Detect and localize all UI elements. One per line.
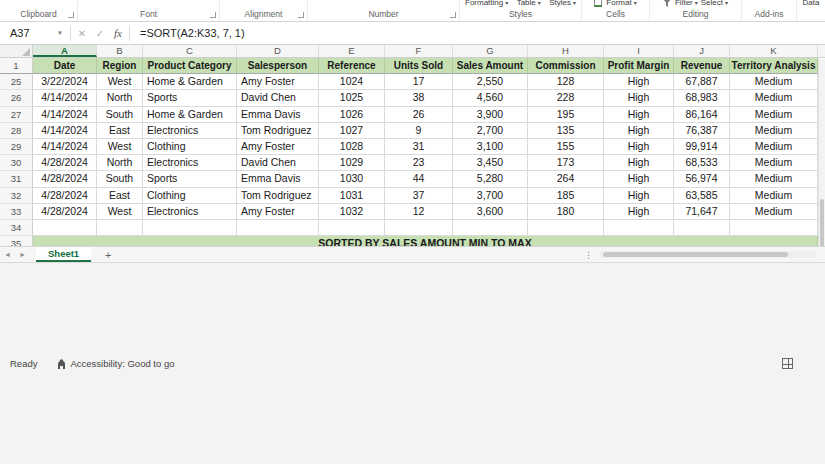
cell-B25[interactable]: West [97, 74, 143, 90]
cell-B1[interactable]: Region [97, 58, 143, 74]
cell-A28[interactable]: 4/14/2024 [33, 123, 97, 139]
cell-B26[interactable]: North [97, 90, 143, 106]
cell-D1[interactable]: Salesperson [237, 58, 319, 74]
more-icon[interactable]: ⋮ [584, 250, 593, 260]
cell-H27[interactable]: 195 [528, 107, 604, 123]
cell-G33[interactable]: 3,600 [453, 204, 528, 220]
cell-A26[interactable]: 4/14/2024 [33, 90, 97, 106]
select-all-button[interactable] [0, 45, 33, 57]
cell-E26[interactable]: 1025 [319, 90, 385, 106]
column-header-G[interactable]: G [453, 45, 528, 57]
vertical-scrollbar[interactable] [818, 59, 825, 246]
cell-H26[interactable]: 228 [528, 90, 604, 106]
format-button[interactable]: Format▾ [594, 0, 636, 7]
cell-B27[interactable]: South [97, 107, 143, 123]
dialog-launcher-icon[interactable] [450, 12, 456, 18]
cell-G29[interactable]: 3,100 [453, 139, 528, 155]
cell-B31[interactable]: South [97, 171, 143, 187]
cell-D34[interactable] [237, 220, 319, 236]
cell-A32[interactable]: 4/28/2024 [33, 188, 97, 204]
add-sheet-button[interactable]: + [99, 249, 117, 261]
cell-E31[interactable]: 1030 [319, 171, 385, 187]
tab-nav-right-icon[interactable]: ▸ [15, 250, 30, 259]
cell-I26[interactable]: High [604, 90, 674, 106]
column-header-E[interactable]: E [319, 45, 385, 57]
cell-I32[interactable]: High [604, 188, 674, 204]
column-header-J[interactable]: J [674, 45, 730, 57]
cell-G34[interactable] [453, 220, 528, 236]
cell-C32[interactable]: Clothing [143, 188, 237, 204]
cancel-icon[interactable]: ✕ [73, 22, 91, 44]
insert-function-button[interactable]: fx [109, 22, 127, 44]
cell-J29[interactable]: 99,914 [674, 139, 730, 155]
conditional-formatting-button[interactable]: Formatting▾ [465, 0, 508, 7]
cell-B30[interactable]: North [97, 155, 143, 171]
cell-J31[interactable]: 56,974 [674, 171, 730, 187]
cell-D30[interactable]: David Chen [237, 155, 319, 171]
cell-F30[interactable]: 23 [385, 155, 453, 171]
column-header-D[interactable]: D [237, 45, 319, 57]
cell-B28[interactable]: East [97, 123, 143, 139]
cell-J1[interactable]: Revenue [674, 58, 730, 74]
cell-K30[interactable]: Medium [730, 155, 818, 171]
column-header-K[interactable]: K [730, 45, 818, 57]
column-header-B[interactable]: B [97, 45, 143, 57]
vertical-scrollbar-thumb[interactable] [820, 199, 824, 246]
cell-C1[interactable]: Product Category [143, 58, 237, 74]
row-header-1[interactable]: 1 [0, 58, 33, 74]
cell-H30[interactable]: 173 [528, 155, 604, 171]
cell-K33[interactable]: Medium [730, 204, 818, 220]
cell-F27[interactable]: 26 [385, 107, 453, 123]
cell-C29[interactable]: Clothing [143, 139, 237, 155]
cell-H28[interactable]: 135 [528, 123, 604, 139]
cell-J26[interactable]: 68,983 [674, 90, 730, 106]
cell-J34[interactable] [674, 220, 730, 236]
row-header-35[interactable]: 35 [0, 236, 33, 246]
analyze-data-button[interactable]: Data [803, 0, 820, 7]
cell-H31[interactable]: 264 [528, 171, 604, 187]
cell-I29[interactable]: High [604, 139, 674, 155]
cell-K28[interactable]: Medium [730, 123, 818, 139]
row-header-31[interactable]: 31 [0, 171, 33, 187]
cell-A30[interactable]: 4/28/2024 [33, 155, 97, 171]
cell-F33[interactable]: 12 [385, 204, 453, 220]
cell-J27[interactable]: 86,164 [674, 107, 730, 123]
cell-K26[interactable]: Medium [730, 90, 818, 106]
cell-J33[interactable]: 71,647 [674, 204, 730, 220]
find-select-button[interactable]: Select▾ [701, 0, 728, 7]
cell-I28[interactable]: High [604, 123, 674, 139]
cell-B33[interactable]: West [97, 204, 143, 220]
cell-G1[interactable]: Sales Amount [453, 58, 528, 74]
cell-I1[interactable]: Profit Margin [604, 58, 674, 74]
cell-E33[interactable]: 1032 [319, 204, 385, 220]
name-box[interactable]: A37 [0, 22, 52, 44]
cell-A27[interactable]: 4/14/2024 [33, 107, 97, 123]
column-header-I[interactable]: I [604, 45, 674, 57]
cell-H34[interactable] [528, 220, 604, 236]
cell-I25[interactable]: High [604, 74, 674, 90]
cell-H29[interactable]: 155 [528, 139, 604, 155]
cell-A34[interactable] [33, 220, 97, 236]
horizontal-scrollbar[interactable] [599, 251, 817, 258]
cell-K34[interactable] [730, 220, 818, 236]
cell-A25[interactable]: 3/22/2024 [33, 74, 97, 90]
column-header-F[interactable]: F [385, 45, 453, 57]
normal-view-icon[interactable] [782, 358, 793, 369]
cell-C28[interactable]: Electronics [143, 123, 237, 139]
row-header-29[interactable]: 29 [0, 139, 33, 155]
cell-K29[interactable]: Medium [730, 139, 818, 155]
sort-filter-button[interactable]: Filter▾ [663, 0, 698, 7]
cell-H1[interactable]: Commission [528, 58, 604, 74]
cell-B29[interactable]: West [97, 139, 143, 155]
cell-K25[interactable]: Medium [730, 74, 818, 90]
cell-E34[interactable] [319, 220, 385, 236]
cell-J30[interactable]: 68,533 [674, 155, 730, 171]
cell-I33[interactable]: High [604, 204, 674, 220]
cell-G31[interactable]: 5,280 [453, 171, 528, 187]
cell-A33[interactable]: 4/28/2024 [33, 204, 97, 220]
cell-E27[interactable]: 1026 [319, 107, 385, 123]
dialog-launcher-icon[interactable] [298, 12, 304, 18]
cell-K31[interactable]: Medium [730, 171, 818, 187]
cell-D26[interactable]: David Chen [237, 90, 319, 106]
cell-F31[interactable]: 44 [385, 171, 453, 187]
